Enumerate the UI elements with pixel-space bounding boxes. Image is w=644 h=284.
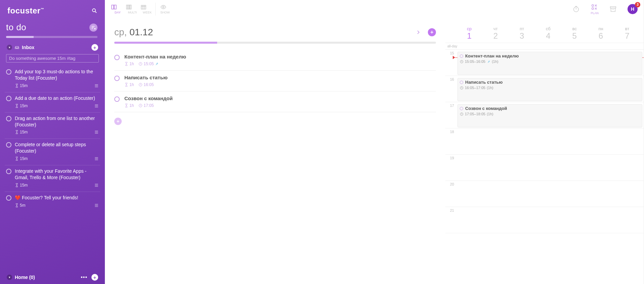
svg-rect-42 bbox=[611, 8, 615, 11]
sidebar-section-title: Inbox bbox=[22, 45, 89, 50]
todo-item[interactable]: Add your top 3 must-do actions to the To… bbox=[5, 66, 100, 91]
hourglass-icon: 15m bbox=[15, 83, 28, 88]
calendar-event[interactable]: Созвон с командой17:05–18:05 (1h) bbox=[457, 104, 642, 127]
add-home-button[interactable]: + bbox=[91, 274, 98, 281]
todo-title: Add your top 3 must-do actions to the To… bbox=[15, 69, 99, 81]
calendar-hour-row: 18 bbox=[445, 128, 644, 155]
task-item[interactable]: Созвон с командой 1h 17:05 bbox=[114, 91, 436, 112]
calendar-day[interactable]: сб4 bbox=[535, 26, 561, 41]
sidebar-section-inbox[interactable]: ▾ Inbox + bbox=[5, 43, 100, 52]
svg-rect-28 bbox=[126, 5, 128, 9]
inbox-icon bbox=[15, 45, 19, 50]
clock-icon: 17:05 bbox=[138, 103, 154, 108]
add-task-inline-button[interactable]: + bbox=[114, 118, 122, 125]
todo-item[interactable]: Complete or delete all setup steps (Focu… bbox=[5, 138, 100, 164]
timer-icon[interactable] bbox=[572, 5, 580, 13]
calendar-cell[interactable] bbox=[456, 181, 644, 207]
calendar-cell[interactable]: Созвон с командой17:05–18:05 (1h) bbox=[456, 102, 644, 128]
calendar-cell[interactable] bbox=[456, 128, 644, 154]
add-task-button[interactable]: + bbox=[428, 28, 436, 36]
user-menu[interactable]: Н 3 bbox=[628, 4, 638, 14]
event-status-icon bbox=[460, 81, 463, 84]
notification-badge: 3 bbox=[635, 2, 640, 7]
next-day-button[interactable] bbox=[413, 29, 423, 36]
view-multi-button[interactable]: MULTI bbox=[126, 3, 139, 15]
plan-button[interactable]: PLAN bbox=[591, 3, 599, 15]
event-time: 16:05–17:05 bbox=[465, 86, 485, 90]
more-icon[interactable]: ••• bbox=[79, 274, 89, 280]
complete-toggle[interactable] bbox=[114, 55, 120, 60]
svg-rect-14 bbox=[95, 131, 98, 131]
plan-icon bbox=[591, 3, 599, 11]
svg-rect-3 bbox=[92, 27, 94, 28]
hour-label: 21 bbox=[445, 207, 456, 233]
calendar-hour-row: 16Написать статью16:05–17:05 (1h) bbox=[445, 76, 644, 102]
calendar-day[interactable]: пт3 bbox=[509, 26, 535, 41]
list-icon bbox=[94, 83, 99, 88]
calendar-day[interactable]: вт7 bbox=[614, 26, 640, 41]
complete-toggle[interactable] bbox=[6, 169, 11, 174]
calendar-day[interactable]: вс5 bbox=[561, 26, 588, 41]
add-inbox-button[interactable]: + bbox=[91, 44, 98, 51]
search-icon[interactable] bbox=[91, 8, 97, 14]
calendar-day[interactable]: ср1 bbox=[456, 26, 482, 41]
calendar-event[interactable]: Написать статью16:05–17:05 (1h) bbox=[457, 78, 642, 101]
view-week-button[interactable]: WEEK bbox=[140, 3, 154, 15]
view-day-button[interactable]: DAY bbox=[111, 3, 124, 15]
list-icon bbox=[94, 203, 99, 208]
calendar-panel: ср1чт2пт3сб4вс5пн6вт7 all-day 15Контент-… bbox=[445, 18, 644, 284]
hour-label: 19 bbox=[445, 155, 456, 180]
svg-point-40 bbox=[592, 7, 594, 9]
sidebar-filter-button[interactable] bbox=[89, 24, 97, 32]
new-action-input[interactable] bbox=[6, 54, 99, 63]
list-icon bbox=[94, 130, 99, 134]
calendar-cell[interactable] bbox=[456, 207, 644, 233]
complete-toggle[interactable] bbox=[114, 76, 120, 81]
calendar-event[interactable]: Контент-план на неделю15:05–16:05 (1h) bbox=[457, 52, 642, 75]
calendar-day[interactable]: чт2 bbox=[482, 26, 509, 41]
svg-rect-11 bbox=[95, 105, 98, 105]
complete-toggle[interactable] bbox=[114, 96, 120, 102]
svg-rect-26 bbox=[112, 5, 114, 9]
hourglass-icon: 15m bbox=[15, 156, 28, 161]
sidebar-section-title: Home (0) bbox=[15, 275, 77, 280]
svg-rect-2 bbox=[92, 26, 95, 26]
chevron-down-icon[interactable]: ▾ bbox=[7, 45, 12, 50]
complete-toggle[interactable] bbox=[6, 142, 11, 148]
todo-item[interactable]: ❤️ Focuster? Tell your friends! 5m bbox=[5, 192, 100, 211]
event-time: 15:05–16:05 bbox=[465, 59, 485, 64]
complete-toggle[interactable] bbox=[6, 195, 11, 201]
todo-item[interactable]: Add a due date to an action (Focuster) 1… bbox=[5, 92, 100, 112]
sidebar-section-home[interactable]: ▾ Home (0) ••• + bbox=[5, 273, 100, 284]
hourglass-icon: 15m bbox=[15, 130, 28, 134]
week-view-icon bbox=[140, 4, 154, 10]
archive-icon[interactable] bbox=[609, 5, 617, 13]
calendar-cell[interactable]: Контент-план на неделю15:05–16:05 (1h) bbox=[456, 50, 644, 76]
svg-rect-13 bbox=[95, 107, 98, 107]
complete-toggle[interactable] bbox=[6, 96, 11, 101]
calendar-hour-row: 17Созвон с командой17:05–18:05 (1h) bbox=[445, 102, 644, 128]
all-day-row: all-day bbox=[445, 43, 644, 50]
sidebar-title: to do bbox=[6, 22, 26, 33]
task-item[interactable]: Написать статью 1h 16:05 bbox=[114, 71, 436, 91]
complete-toggle[interactable] bbox=[6, 69, 11, 75]
calendar-day[interactable]: пн6 bbox=[588, 26, 614, 41]
calendar-cell[interactable] bbox=[456, 155, 644, 180]
view-show-button[interactable]: SHOW bbox=[155, 3, 169, 15]
hour-label: 18 bbox=[445, 128, 456, 154]
complete-toggle[interactable] bbox=[6, 116, 11, 121]
hour-label: 20 bbox=[445, 181, 456, 207]
task-item[interactable]: Контент-план на неделю 1h 15:05 bbox=[114, 50, 436, 71]
todo-item[interactable]: Integrate with your Favorite Apps - Gmai… bbox=[5, 165, 100, 191]
svg-point-36 bbox=[574, 7, 579, 12]
chevron-down-icon[interactable]: ▾ bbox=[7, 275, 12, 280]
main-panel: DAY MULTI WEEK SHOW PLAN bbox=[105, 0, 644, 284]
calendar-cell[interactable]: Написать статью16:05–17:05 (1h) bbox=[456, 76, 644, 102]
todo-title: Complete or delete all setup steps (Focu… bbox=[15, 141, 99, 154]
svg-rect-22 bbox=[95, 186, 98, 187]
svg-rect-30 bbox=[130, 5, 131, 9]
todo-item[interactable]: Drag an action from one list to another … bbox=[5, 112, 100, 138]
eye-icon bbox=[160, 4, 169, 10]
clock-icon: 16:05 bbox=[138, 82, 154, 87]
svg-rect-23 bbox=[95, 204, 98, 204]
